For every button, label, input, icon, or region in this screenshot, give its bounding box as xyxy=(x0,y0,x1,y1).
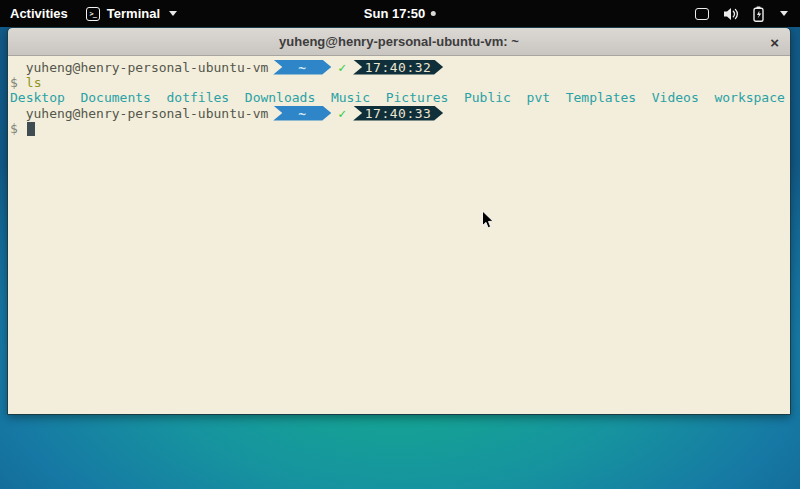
app-menu-label: Terminal xyxy=(107,6,160,21)
system-status-menu[interactable] xyxy=(695,6,800,22)
prompt-user-host: yuheng@henry-personal-ubuntu-vm xyxy=(10,106,268,121)
activities-button[interactable]: Activities xyxy=(10,6,68,21)
terminal-app-icon: >_ xyxy=(86,7,100,21)
terminal-window: yuheng@henry-personal-ubuntu-vm: ~ × yuh… xyxy=(7,27,791,415)
prompt-user-host: yuheng@henry-personal-ubuntu-vm xyxy=(10,60,268,75)
text-cursor xyxy=(27,122,35,136)
current-input-line: $ xyxy=(10,121,790,136)
notification-dot-icon xyxy=(431,11,436,16)
prompt-time-segment: 17:40:33 xyxy=(353,106,443,121)
prompt-line-1: yuheng@henry-personal-ubuntu-vm ~ ✓ 17:4… xyxy=(10,59,790,75)
clock-button[interactable]: Sun 17:50 xyxy=(364,0,436,27)
prompt-dollar: $ xyxy=(10,121,18,136)
window-titlebar[interactable]: yuheng@henry-personal-ubuntu-vm: ~ × xyxy=(8,28,790,56)
clock-label: Sun 17:50 xyxy=(364,6,425,21)
volume-icon xyxy=(723,7,739,21)
prompt-time-segment: 17:40:32 xyxy=(353,60,443,75)
prompt-line-2: yuheng@henry-personal-ubuntu-vm ~ ✓ 17:4… xyxy=(10,105,790,121)
top-bar-left: Activities >_ Terminal xyxy=(0,6,177,21)
prompt-path-segment: ~ xyxy=(273,106,331,121)
typed-command: ls xyxy=(26,75,42,90)
prompt-check-icon: ✓ xyxy=(338,60,346,75)
prompt-path-segment: ~ xyxy=(273,60,331,75)
battery-charging-icon xyxy=(753,6,764,22)
screen-icon xyxy=(695,8,709,20)
top-bar: Activities >_ Terminal Sun 17:50 xyxy=(0,0,800,27)
window-title: yuheng@henry-personal-ubuntu-vm: ~ xyxy=(279,34,519,49)
status-menu-chevron-icon xyxy=(780,11,788,16)
mouse-pointer-icon xyxy=(481,210,494,230)
prompt-check-icon: ✓ xyxy=(338,106,346,121)
app-menu-terminal[interactable]: >_ Terminal xyxy=(86,6,177,21)
prompt-dollar: $ xyxy=(10,75,18,90)
terminal-content[interactable]: yuheng@henry-personal-ubuntu-vm ~ ✓ 17:4… xyxy=(8,56,790,414)
command-line: $ls xyxy=(10,75,790,90)
ls-output: Desktop Documents dotfiles Downloads Mus… xyxy=(10,90,790,105)
close-icon[interactable]: × xyxy=(770,34,779,49)
app-menu-chevron-icon xyxy=(169,11,177,16)
